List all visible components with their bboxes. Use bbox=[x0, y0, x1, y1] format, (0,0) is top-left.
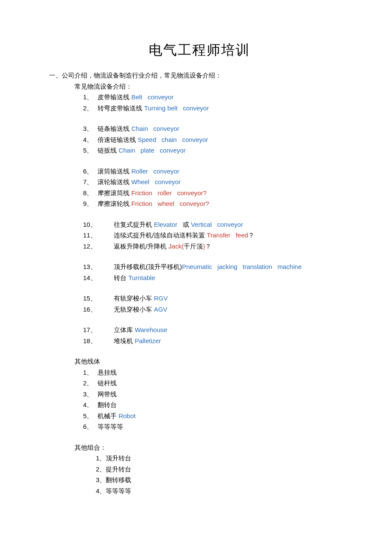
list-item: 3、链条输送线 Chain conveyor bbox=[83, 123, 349, 134]
item-cn: 网带线 bbox=[98, 390, 117, 398]
item-cn: 链杆线 bbox=[98, 379, 117, 387]
item-number: 2、 bbox=[96, 464, 106, 475]
section-heading: 一、公司介绍，物流设备制造行业介绍，常见物流设备介绍： bbox=[49, 70, 349, 81]
list-item: 13、顶升移载机(顶升平移机)Pneumatic jacking transla… bbox=[83, 261, 349, 272]
item-number: 14、 bbox=[83, 272, 114, 283]
item-number: 4、 bbox=[83, 399, 98, 410]
item-cn: 等等等等 bbox=[98, 423, 123, 430]
item-label: 摩擦滚筒线 Friction roller conveyor? bbox=[98, 188, 207, 199]
list-item: 3、网带线 bbox=[83, 389, 349, 400]
item-number: 16、 bbox=[83, 304, 114, 315]
item-en-fragment: ？ bbox=[205, 243, 211, 250]
list-item: 17、立体库 Warehouse bbox=[83, 324, 349, 335]
list-item: 5、链扳线 Chain plate conveyor bbox=[83, 145, 349, 156]
subsection-heading: 常见物流设备介绍： bbox=[75, 81, 349, 92]
item-number: 11、 bbox=[83, 230, 114, 241]
item-label: 有轨穿梭小车 RGV bbox=[114, 293, 168, 304]
other-heading: 其他线体 bbox=[75, 356, 349, 367]
item-number: 1、 bbox=[96, 453, 106, 464]
item-cn: 机械手 bbox=[98, 412, 118, 419]
item-cn: 有轨穿梭小车 bbox=[114, 295, 154, 302]
item-cn: 转弯皮带输送线 bbox=[98, 104, 144, 112]
item-number: 5、 bbox=[83, 410, 98, 422]
item-label: 网带线 bbox=[98, 389, 117, 400]
item-label: 提升转台 bbox=[106, 464, 131, 475]
item-cn: 滚筒输送线 bbox=[98, 168, 131, 175]
item-label: 连续式提升机/连续自动送料装置 Transfer feed？ bbox=[114, 230, 254, 241]
equipment-list-d: 10、往复式提升机 Elevator 或 Vertical conveyor11… bbox=[75, 219, 349, 252]
item-number: 4、 bbox=[96, 486, 106, 497]
item-en: Belt conveyor bbox=[131, 93, 173, 101]
item-label: 滚筒输送线 Roller conveyor bbox=[98, 166, 179, 177]
item-cn: 滚轮输送线 bbox=[98, 178, 131, 185]
list-item: 1、皮带输送线 Belt conveyor bbox=[83, 92, 349, 103]
item-en-fragment: 或 bbox=[183, 221, 191, 228]
item-cn: 摩擦滚筒线 bbox=[98, 189, 131, 197]
item-cn: 提升转台 bbox=[106, 465, 131, 473]
other-list: 1、悬挂线2、链杆线3、网带线4、翻转台5、机械手 Robot6、等等等等 bbox=[75, 367, 349, 432]
item-en: Turning belt conveyor bbox=[144, 104, 209, 112]
item-number: 9、 bbox=[83, 198, 98, 209]
item-cn: 摩擦滚轮线 bbox=[98, 200, 131, 207]
item-en-fragment: Jack( bbox=[168, 243, 184, 250]
list-item: 4、翻转台 bbox=[83, 399, 349, 410]
item-en: Speed chain conveyor bbox=[138, 136, 208, 143]
item-label: 链扳线 Chain plate conveyor bbox=[98, 145, 186, 156]
item-en: Friction wheel conveyor? bbox=[131, 200, 209, 207]
item-number: 12、 bbox=[83, 241, 114, 252]
list-item: 6、等等等等 bbox=[83, 421, 349, 432]
item-number: 17、 bbox=[83, 324, 114, 335]
item-number: 18、 bbox=[83, 335, 114, 347]
item-en: Roller conveyor bbox=[131, 168, 179, 175]
item-label: 摩擦滚轮线 Friction wheel conveyor? bbox=[98, 198, 209, 209]
item-cn: 返板升降机/升降机 bbox=[114, 243, 168, 250]
item-label: 悬挂线 bbox=[98, 367, 117, 378]
item-en: AGV bbox=[154, 306, 167, 313]
item-cn: 顶升移载机(顶升平移机) bbox=[114, 263, 182, 270]
equipment-list-g: 17、立体库 Warehouse18、堆垛机 Palletizer bbox=[75, 324, 349, 346]
list-item: 4、等等等等 bbox=[96, 486, 349, 497]
list-item: 1、悬挂线 bbox=[83, 367, 349, 378]
item-number: 3、 bbox=[83, 389, 98, 400]
item-label: 顶升转台 bbox=[106, 453, 131, 464]
item-cn: 连续式提升机/连续自动送料装置 bbox=[114, 231, 207, 239]
equipment-list-b: 3、链条输送线 Chain conveyor4、倍速链输送线 Speed cha… bbox=[75, 123, 349, 156]
item-en: RGV bbox=[154, 295, 168, 302]
list-item: 2、提升转台 bbox=[96, 464, 349, 475]
item-label: 等等等等 bbox=[106, 486, 131, 497]
page-title: 电气工程师培训 bbox=[49, 38, 349, 61]
item-label: 往复式提升机 Elevator 或 Vertical conveyor bbox=[114, 219, 243, 230]
item-label: 机械手 Robot bbox=[98, 410, 135, 422]
item-en-fragment: 千斤顶 bbox=[184, 243, 203, 250]
item-label: 等等等等 bbox=[98, 421, 123, 432]
item-en: Chain plate conveyor bbox=[118, 147, 186, 154]
item-number: 2、 bbox=[83, 103, 98, 114]
list-item: 14、转台 Turntable bbox=[83, 272, 349, 283]
combo-heading: 其他组合： bbox=[75, 442, 349, 453]
item-cn: 链条输送线 bbox=[98, 125, 131, 132]
list-item: 3、翻转移载 bbox=[96, 474, 349, 486]
item-label: 皮带输送线 Belt conveyor bbox=[98, 92, 173, 103]
item-label: 立体库 Warehouse bbox=[114, 324, 167, 335]
item-label: 转台 Turntable bbox=[114, 272, 155, 283]
item-cn: 倍速链输送线 bbox=[98, 136, 138, 143]
item-en: Friction roller conveyor? bbox=[131, 189, 207, 197]
item-number: 5、 bbox=[83, 145, 98, 156]
item-label: 滚轮输送线 Wheel conveyor bbox=[98, 176, 181, 188]
item-number: 6、 bbox=[83, 421, 98, 432]
equipment-list-e: 13、顶升移载机(顶升平移机)Pneumatic jacking transla… bbox=[75, 261, 349, 283]
item-cn: 立体库 bbox=[114, 326, 135, 333]
equipment-list-a: 1、皮带输送线 Belt conveyor2、转弯皮带输送线 Turning b… bbox=[75, 92, 349, 113]
item-number: 4、 bbox=[83, 134, 98, 145]
list-item: 6、滚筒输送线 Roller conveyor bbox=[83, 166, 349, 177]
list-item: 2、链杆线 bbox=[83, 378, 349, 389]
item-cn: 等等等等 bbox=[106, 487, 131, 494]
item-en-fragment: Transfer feed bbox=[207, 231, 248, 239]
item-number: 1、 bbox=[83, 367, 98, 378]
item-en: Chain conveyor bbox=[131, 125, 179, 132]
item-number: 2、 bbox=[83, 378, 98, 389]
item-number: 10、 bbox=[83, 219, 114, 230]
item-en: Turntable bbox=[128, 274, 155, 281]
list-item: 18、堆垛机 Palletizer bbox=[83, 335, 349, 347]
list-item: 2、转弯皮带输送线 Turning belt conveyor bbox=[83, 103, 349, 114]
